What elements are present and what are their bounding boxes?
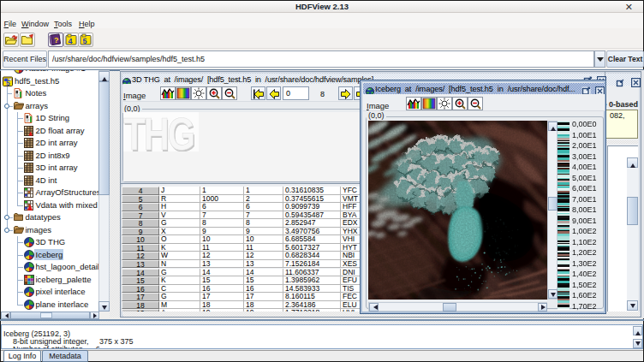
svg-text:5: 5: [6, 78, 10, 86]
svg-text:4: 4: [69, 37, 73, 45]
svg-text:5: 5: [83, 37, 87, 45]
svg-text:?: ?: [54, 36, 59, 45]
